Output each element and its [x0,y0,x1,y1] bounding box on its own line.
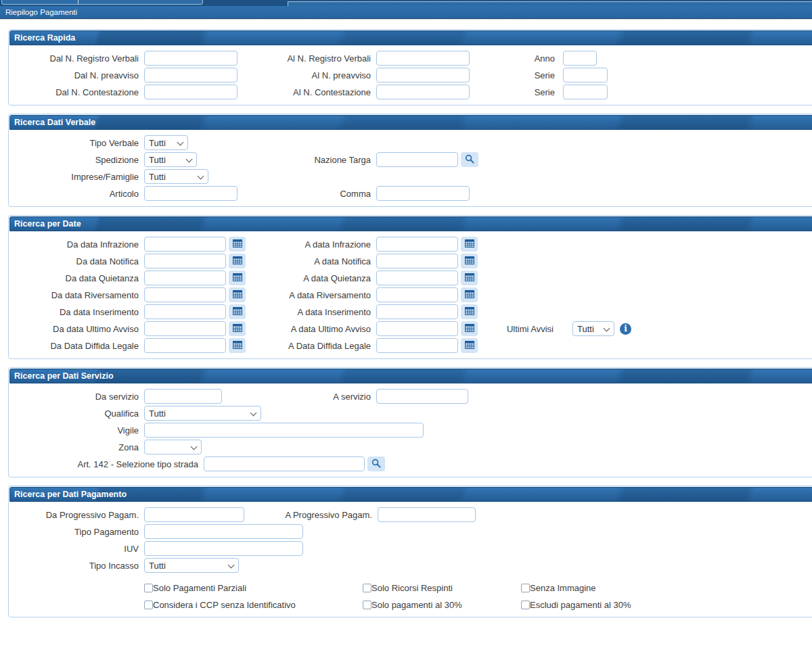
al-preavviso-label: Al N. preavviso [246,70,376,80]
search-icon [465,154,474,166]
zona-select[interactable] [144,440,202,454]
tipo-verbale-select[interactable]: Tutti [144,135,188,150]
info-icon[interactable]: i [620,323,631,335]
date-from-label: Da data Notifica [9,256,144,266]
section-header-ricerca-rapida: Ricerca Rapida [9,30,812,45]
nazione-targa-search-button[interactable] [461,152,478,167]
calendar-icon [465,273,474,283]
section-header-dati-servizio: Ricerca per Dati Servizio [9,369,812,383]
imprese-famiglie-select[interactable]: Tutti [144,169,208,184]
tipo-pagamento-input[interactable] [144,524,303,539]
date-to-input[interactable] [376,321,458,336]
row-progressivo: Da Progressivo Pagam. A Progressivo Paga… [9,507,812,522]
escludi-pagamenti-30-checkbox[interactable] [521,601,530,609]
articolo-input[interactable] [144,186,238,201]
solo-ricorsi-respinti-checkbox[interactable] [363,584,371,592]
dal-preavviso-label: Dal N. preavviso [9,70,144,80]
date-to-calendar-button[interactable] [461,321,478,336]
date-to-label: A Data Diffida Legale [246,341,376,351]
solo-pagamenti-parziali-checkbox[interactable] [144,584,153,592]
date-to-input[interactable] [376,338,458,353]
date-to-input[interactable] [376,304,458,319]
date-from-calendar-button[interactable] [229,237,246,252]
al-preavviso-input[interactable] [376,68,470,83]
dal-registro-verbali-input[interactable] [144,51,238,66]
dal-preavviso-input[interactable] [144,68,238,83]
date-from-calendar-button[interactable] [229,304,246,319]
calendar-icon [465,290,474,300]
section-header-dati-verbale: Ricerca Dati Verbale [9,115,812,130]
tipo-verbale-label: Tipo Verbale [9,138,144,148]
solo-pagamenti-30-checkbox[interactable] [363,601,371,609]
ultimi-avvisi-select[interactable]: Tutti [572,321,614,336]
section-header-dati-pagamento: Ricerca per Dati Pagamento [9,487,812,502]
iuv-input[interactable] [144,541,303,556]
date-to-input[interactable] [376,271,458,285]
zona-label: Zona [9,442,144,452]
al-contestazione-input[interactable] [376,85,470,99]
toolbar-partial-control [1,0,203,5]
a-servizio-input[interactable] [376,389,468,404]
considera-ccp-checkbox[interactable] [144,601,153,609]
qualifica-select[interactable]: Tutti [144,406,261,421]
calendar-icon [233,239,242,250]
date-to-calendar-button[interactable] [461,237,478,252]
senza-immagine-label: Senza Immagine [530,583,596,593]
date-from-input[interactable] [144,287,226,302]
row-zona: Zona [9,440,812,454]
art142-input[interactable] [204,456,365,471]
date-to-calendar-button[interactable] [461,287,478,302]
art142-search-button[interactable] [367,456,385,471]
dal-contestazione-input[interactable] [144,85,238,99]
anno-input[interactable] [563,51,597,66]
section-ricerca-rapida: Ricerca Rapida Dal N. Registro Verbali A… [8,29,812,106]
al-registro-verbali-input[interactable] [376,51,470,66]
comma-input[interactable] [376,186,470,201]
date-from-calendar-button[interactable] [229,254,246,268]
date-row-2: Da data QuietanzaA data Quietanza [9,271,812,285]
serie-contestazione-input[interactable] [563,85,608,99]
date-from-calendar-button[interactable] [229,321,246,336]
dal-contestazione-label: Dal N. Contestazione [9,87,144,97]
senza-immagine-checkbox[interactable] [521,584,530,592]
date-from-label: Da Data Diffida Legale [9,341,144,351]
date-to-calendar-button[interactable] [461,304,478,319]
calendar-icon [465,256,474,266]
date-to-calendar-button[interactable] [461,271,478,285]
date-row-4: Da data InserimentoA data Inserimento [9,304,812,319]
date-to-calendar-button[interactable] [461,254,478,268]
a-progressivo-label: A Progressivo Pagam. [252,510,378,520]
calendar-icon [233,307,242,317]
date-to-calendar-button[interactable] [461,338,478,353]
date-from-input[interactable] [144,271,226,285]
date-to-label: A data Infrazione [246,239,376,250]
da-progressivo-input[interactable] [144,507,244,522]
toolbar-partial-tab [288,1,812,6]
tipo-incasso-select[interactable]: Tutti [144,558,239,573]
row-qualifica: Qualifica Tutti [9,406,812,421]
vigile-input[interactable] [144,423,424,438]
da-servizio-input[interactable] [144,389,222,404]
date-from-calendar-button[interactable] [229,271,246,285]
serie-preavviso-input[interactable] [563,68,608,83]
art142-label: Art. 142 - Selezione tipo strada [9,459,204,469]
page-title: Riepilogo Pagamenti [0,6,812,19]
date-from-calendar-button[interactable] [229,338,246,353]
date-from-calendar-button[interactable] [229,287,246,302]
date-to-input[interactable] [376,287,458,302]
date-from-input[interactable] [144,338,226,353]
a-progressivo-input[interactable] [378,507,476,522]
section-header-ricerca-per-date: Ricerca per Date [9,216,812,231]
date-to-input[interactable] [376,254,458,268]
date-from-input[interactable] [144,237,226,252]
tipo-pagamento-label: Tipo Pagamento [9,527,144,537]
spedizione-select[interactable]: Tutti [144,152,197,167]
nazione-targa-input[interactable] [376,152,458,167]
date-from-input[interactable] [144,304,226,319]
date-from-input[interactable] [144,321,226,336]
calendar-icon [465,239,474,250]
date-to-input[interactable] [376,237,458,252]
date-row-6: Da Data Diffida LegaleA Data Diffida Leg… [9,338,812,353]
date-from-input[interactable] [144,254,226,268]
calendar-icon [465,341,474,351]
